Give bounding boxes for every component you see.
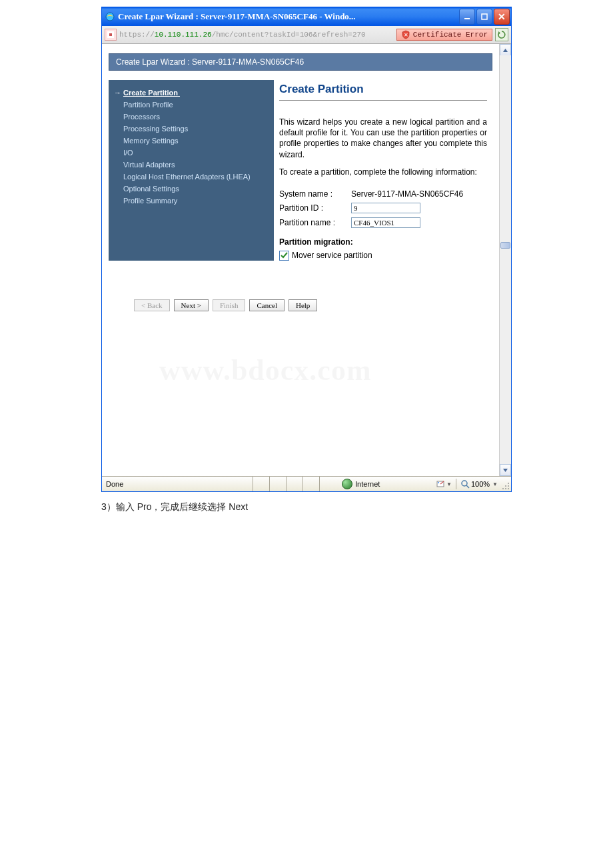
zoom-value[interactable]: 100%	[471, 480, 490, 488]
label-partition-id: Partition ID :	[279, 203, 351, 213]
zoom-icon[interactable]	[460, 479, 470, 489]
certificate-error-badge[interactable]: ✕ Certificate Error	[396, 29, 492, 41]
wizard-nav: →Create Partition Partition Profile Proc…	[109, 80, 274, 261]
wizard-main: Create Partition This wizard helps you c…	[274, 80, 492, 261]
svg-text:✕: ✕	[403, 32, 408, 38]
nav-memory-settings[interactable]: Memory Settings	[114, 135, 271, 147]
resize-grip-icon[interactable]	[500, 481, 511, 491]
cancel-button[interactable]: Cancel	[249, 299, 285, 311]
watermark: www.bdocx.com	[159, 353, 372, 387]
label-system-name: System name :	[279, 189, 351, 199]
refresh-icon[interactable]	[495, 28, 508, 41]
svg-rect-1	[464, 18, 470, 19]
label-partition-name: Partition name :	[279, 218, 351, 227]
nav-processing-settings[interactable]: Processing Settings	[114, 123, 271, 135]
ie-logo-icon	[105, 11, 115, 22]
svg-point-17	[505, 488, 506, 489]
checkbox-mover-service[interactable]	[279, 251, 289, 261]
svg-marker-8	[503, 469, 508, 472]
svg-point-10	[438, 482, 439, 483]
svg-rect-2	[482, 14, 487, 19]
nav-lhea[interactable]: Logical Host Ethernet Adapters (LHEA)	[114, 171, 271, 183]
finish-button[interactable]: Finish	[213, 299, 246, 311]
minimize-button[interactable]	[459, 9, 475, 25]
nav-processors[interactable]: Processors	[114, 111, 271, 123]
close-button[interactable]: ✕	[494, 9, 510, 25]
dropdown-icon[interactable]: ▼	[446, 481, 452, 487]
input-partition-id[interactable]	[351, 203, 420, 213]
titlebar: Create Lpar Wizard : Server-9117-MMA-SN0…	[102, 7, 511, 26]
svg-marker-6	[498, 31, 500, 35]
nav-profile-summary[interactable]: Profile Summary	[114, 195, 271, 207]
svg-point-16	[502, 488, 504, 489]
vertical-scrollbar[interactable]	[499, 44, 511, 476]
internet-zone-icon	[342, 479, 352, 489]
scroll-up-icon[interactable]	[500, 44, 511, 56]
url-text[interactable]: https://10.110.111.26/hmc/content?taskId…	[119, 31, 394, 39]
caption-text: 3）输入 Pro，完成后继续选择 Next	[101, 501, 512, 513]
svg-point-13	[508, 483, 509, 484]
svg-marker-7	[503, 49, 508, 52]
protected-mode-icon[interactable]	[436, 479, 445, 489]
label-mover-service: Mover service partition	[292, 251, 372, 260]
window-title: Create Lpar Wizard : Server-9117-MMA-SN0…	[118, 11, 459, 22]
address-bar: https://10.110.111.26/hmc/content?taskId…	[102, 26, 511, 44]
input-partition-name[interactable]	[351, 217, 420, 228]
value-system-name: Server-9117-MMA-SN065CF46	[351, 189, 463, 199]
svg-rect-4	[109, 33, 112, 36]
svg-point-14	[505, 485, 506, 487]
hmc-header: Create Lpar Wizard : Server-9117-MMA-SN0…	[109, 53, 492, 71]
favicon-icon	[105, 29, 117, 41]
wizard-buttons: < Back Next > Finish Cancel Help	[109, 299, 492, 311]
help-button[interactable]: Help	[289, 299, 317, 311]
status-done: Done	[102, 477, 253, 491]
nav-optional-settings[interactable]: Optional Settings	[114, 183, 271, 195]
next-button[interactable]: Next >	[174, 299, 209, 311]
svg-point-18	[508, 488, 509, 489]
svg-line-12	[466, 485, 469, 488]
nav-virtual-adapters[interactable]: Virtual Adapters	[114, 159, 271, 171]
zone-text: Internet	[355, 480, 380, 488]
scroll-thumb[interactable]	[500, 242, 510, 249]
svg-point-15	[508, 485, 509, 487]
status-cell	[253, 477, 270, 491]
back-button[interactable]: < Back	[134, 299, 170, 311]
zoom-dropdown-icon[interactable]: ▼	[492, 481, 498, 487]
status-cell	[270, 477, 287, 491]
scroll-down-icon[interactable]	[500, 464, 511, 476]
content-area: Create Lpar Wizard : Server-9117-MMA-SN0…	[102, 44, 499, 476]
intro-text-2: To create a partition, complete the foll…	[279, 167, 487, 177]
nav-partition-profile[interactable]: Partition Profile	[114, 99, 271, 111]
migration-heading: Partition migration:	[279, 237, 487, 247]
main-heading: Create Partition	[279, 80, 487, 101]
svg-point-0	[106, 13, 114, 21]
status-bar: Done Internet ▼ 100% ▼	[102, 476, 511, 491]
status-cell	[287, 477, 303, 491]
status-cell	[303, 477, 320, 491]
nav-create-partition[interactable]: →Create Partition	[114, 87, 271, 99]
intro-text-1: This wizard helps you create a new logic…	[279, 117, 487, 160]
svg-point-11	[462, 481, 467, 486]
maximize-button[interactable]	[476, 9, 492, 25]
nav-io[interactable]: I/O	[114, 147, 271, 159]
ie-window: Create Lpar Wizard : Server-9117-MMA-SN0…	[101, 7, 512, 492]
shield-icon: ✕	[401, 30, 410, 39]
